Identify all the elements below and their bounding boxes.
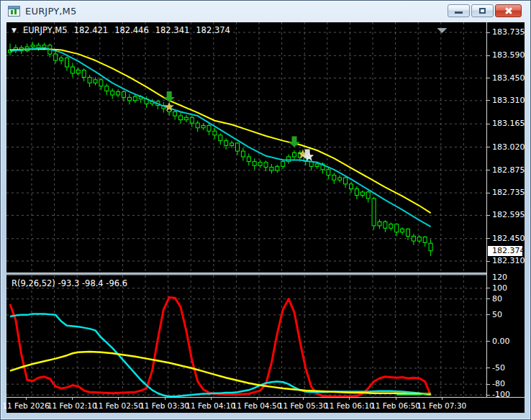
restore-button[interactable] [471, 4, 494, 17]
header-high: 182.446 [114, 25, 149, 35]
indicator-axis-label: -80 [492, 379, 505, 388]
candle-body [350, 184, 353, 189]
candle-body [122, 92, 126, 98]
time-axis-tick [442, 398, 442, 400]
candle-body [196, 123, 199, 128]
time-axis-tick [118, 398, 119, 400]
candle-body [423, 237, 427, 243]
price-pane[interactable]: ▼ EURJPY,M5 182.421 182.446 182.341 182.… [6, 22, 486, 273]
price-axis-tick [487, 193, 490, 193]
time-axis-label: 11 Feb 05:30 [278, 401, 328, 410]
candle-body [276, 166, 279, 170]
candle-body [127, 97, 131, 100]
candle-body [117, 92, 120, 95]
time-axis-tick [72, 398, 73, 400]
candle-body [54, 54, 58, 60]
candle-body [173, 111, 177, 116]
candle-body [429, 243, 432, 250]
candle-body [384, 222, 387, 228]
indicator-pane[interactable]: R(9,26,52) -93.3 -98.4 -96.6 [6, 275, 486, 397]
chart-header: ▼ EURJPY,M5 182.421 182.446 182.341 182.… [12, 25, 230, 35]
candle-body [219, 135, 222, 141]
price-axis-label: 182.875 [492, 165, 525, 175]
indicator-axis-label: -50 [492, 363, 505, 373]
candle-body [60, 58, 63, 60]
minimize-button[interactable] [448, 4, 470, 17]
candle-body [111, 91, 114, 95]
wpr-fast-red [10, 297, 431, 396]
candle-body [253, 162, 256, 166]
price-axis[interactable]: 183.735183.590183.450183.310183.165183.0… [486, 22, 525, 397]
indicator-axis-tick [487, 384, 490, 385]
indicator-axis-label: 100 [492, 283, 507, 293]
candle-body [247, 157, 250, 162]
candle-body [264, 163, 268, 168]
candle-body [241, 151, 245, 157]
indicator-axis-tick [487, 288, 490, 288]
candle-body [366, 192, 370, 198]
candle-body [179, 116, 183, 120]
candle-body [281, 162, 285, 167]
candle-body [378, 222, 381, 226]
candle-body [88, 77, 91, 83]
mt4-chart-window: EURJPY,M5 ▼ EURJPY,M5 182.421 182.446 18… [0, 0, 531, 420]
time-axis-tick [257, 398, 258, 400]
candle-body [190, 117, 194, 123]
candle-body [37, 45, 40, 47]
indicator-axis-tick [487, 395, 490, 396]
time-axis-tick [165, 398, 165, 400]
indicator-axis-label: 50 [492, 310, 502, 319]
candle-body [332, 175, 336, 181]
indicator-axis-tick [487, 341, 490, 342]
time-axis[interactable]: 11 Feb 202611 Feb 02:1011 Feb 02:5011 Fe… [6, 397, 525, 413]
indicator-axis-label: 120 [492, 273, 507, 282]
price-axis-label: 182.735 [492, 188, 525, 197]
price-axis-tick [487, 238, 490, 239]
header-close: 182.374 [196, 25, 230, 35]
price-axis-label: 183.590 [492, 50, 525, 60]
candle-body [230, 143, 234, 145]
time-axis-label: 11 Feb 04:10 [186, 401, 235, 410]
chart-client-area: ▼ EURJPY,M5 182.421 182.446 182.341 182.… [6, 22, 525, 412]
price-axis-label: 182.595 [492, 210, 525, 219]
candle-body [355, 189, 358, 196]
current-price-tag: 182.374 [488, 246, 522, 256]
window-titlebar[interactable]: EURJPY,M5 [1, 1, 530, 22]
price-axis-label: 183.310 [492, 96, 525, 105]
candle-body [31, 45, 35, 47]
price-axis-label: 183.165 [492, 119, 525, 128]
indicator-axis-label: 80 [492, 294, 502, 303]
candle-body [327, 170, 330, 175]
minimize-icon [455, 12, 463, 14]
candle-body [338, 178, 342, 180]
time-axis-label: 11 Feb 02:10 [47, 401, 97, 410]
price-axis-tick [487, 147, 490, 147]
candle-body [360, 192, 364, 195]
price-axis-label: 182.310 [492, 256, 525, 265]
quote-panel-toggle-icon[interactable]: ▼ [12, 27, 17, 34]
close-icon [504, 6, 513, 16]
price-axis-tick [487, 32, 490, 33]
time-axis-tick [396, 398, 396, 400]
price-axis-label: 183.450 [492, 73, 525, 83]
close-button[interactable] [495, 4, 522, 17]
candle-body [133, 96, 137, 101]
candle-body [76, 70, 80, 73]
time-axis-tick [303, 398, 304, 400]
price-axis-label: 183.020 [492, 142, 525, 152]
candle-body [213, 131, 217, 135]
candle-body [65, 58, 69, 67]
header-open: 182.421 [74, 25, 109, 35]
candle-body [99, 80, 103, 86]
candle-body [201, 125, 205, 127]
candle-body [105, 86, 109, 91]
time-axis-tick [26, 398, 27, 400]
indicator-axis-label: -100 [492, 390, 510, 399]
header-symbol: EURJPY,M5 [23, 25, 68, 35]
candle-body [270, 167, 273, 170]
chart-window-icon[interactable] [8, 6, 20, 17]
candle-body [236, 143, 240, 151]
indicator-axis-tick [487, 298, 490, 299]
candle-body [207, 125, 211, 131]
indicator-axis-label: 0.00 [492, 337, 510, 346]
